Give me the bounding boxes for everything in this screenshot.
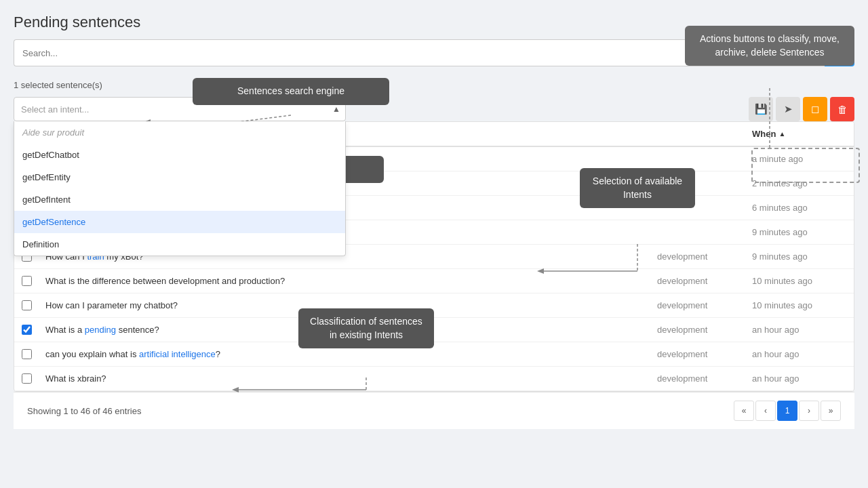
page-1-btn[interactable]: 1 bbox=[777, 401, 797, 421]
row-source: development bbox=[650, 251, 745, 262]
intent-item-getdefchatbot[interactable]: getDefChatbot bbox=[14, 144, 345, 166]
row-source: development bbox=[650, 300, 745, 310]
row-checkbox-cell bbox=[14, 300, 39, 310]
row-checkbox[interactable] bbox=[22, 300, 32, 310]
search-bar-row: 🔍 bbox=[14, 39, 854, 66]
row-checkbox[interactable] bbox=[22, 373, 32, 384]
row-when: 2 minutes ago bbox=[745, 178, 854, 188]
row-checkbox[interactable] bbox=[22, 349, 32, 359]
col-when: When ▲ bbox=[745, 129, 854, 139]
row-when: 9 minutes ago bbox=[745, 251, 854, 262]
sentence-link[interactable]: pending bbox=[85, 325, 116, 335]
chevron-up-icon: ▲ bbox=[332, 104, 340, 114]
row-sentence: What is a pending sentence? bbox=[39, 325, 650, 335]
row-when: an hour ago bbox=[745, 349, 854, 359]
intent-dropdown-wrapper: Select an intent... ▲ Aide sur produit g… bbox=[14, 97, 346, 121]
page-prev-btn[interactable]: ‹ bbox=[755, 401, 776, 421]
row-when: 9 minutes ago bbox=[745, 227, 854, 237]
intent-row: Select an intent... ▲ Aide sur produit g… bbox=[0, 97, 868, 121]
footer-info: Showing 1 to 46 of 46 entries bbox=[27, 406, 141, 416]
row-sentence: can you explain what is artificial intel… bbox=[39, 349, 650, 359]
row-sentence: How can I parameter my chatbot? bbox=[39, 300, 650, 310]
row-checkbox[interactable] bbox=[22, 276, 32, 286]
page-next-btn[interactable]: › bbox=[799, 401, 819, 421]
row-when: an hour ago bbox=[745, 373, 854, 384]
intent-select-display[interactable]: Select an intent... ▲ bbox=[14, 97, 346, 121]
row-checkbox-cell bbox=[14, 325, 39, 335]
move-icon: ➤ bbox=[784, 103, 793, 115]
save-icon: 💾 bbox=[755, 103, 768, 115]
row-checkbox[interactable] bbox=[22, 325, 32, 335]
row-sentence: What is xbrain? bbox=[39, 373, 650, 384]
row-source: development bbox=[650, 373, 745, 384]
row-checkbox-cell bbox=[14, 276, 39, 286]
sort-when-icon[interactable]: ▲ bbox=[778, 130, 785, 138]
intent-section-label: Aide sur produit bbox=[14, 121, 345, 144]
page-title: Pending sentences bbox=[14, 14, 854, 31]
page: Pending sentences 🔍 1 selected sentence(… bbox=[0, 0, 868, 488]
search-icon: 🔍 bbox=[833, 47, 846, 60]
move-button[interactable]: ➤ bbox=[776, 97, 800, 121]
row-source: development bbox=[650, 325, 745, 335]
selected-count: 1 selected sentence(s) bbox=[0, 73, 868, 97]
intent-item-getdefsentence[interactable]: getDefSentence bbox=[14, 211, 345, 233]
action-buttons-group: 💾 ➤ ◻ 🗑 bbox=[749, 97, 854, 121]
intent-dropdown-scroll[interactable]: Aide sur produit getDefChatbot getDefEnt… bbox=[14, 121, 345, 256]
table-row: can you explain what is artificial intel… bbox=[14, 342, 854, 367]
table-row: What is a pending sentence? development … bbox=[14, 318, 854, 342]
intent-item-getdefentity[interactable]: getDefEntity bbox=[14, 166, 345, 188]
search-input[interactable] bbox=[14, 39, 825, 66]
sentence-link[interactable]: artificial bbox=[139, 349, 169, 359]
col-source bbox=[650, 129, 745, 139]
row-checkbox-cell bbox=[14, 373, 39, 384]
pagination: « ‹ 1 › » bbox=[734, 401, 841, 421]
row-checkbox-cell bbox=[14, 349, 39, 359]
page-last-btn[interactable]: » bbox=[821, 401, 841, 421]
intent-item-definition[interactable]: Definition bbox=[14, 233, 345, 256]
row-when: 10 minutes ago bbox=[745, 276, 854, 286]
table-row: What is the difference between developme… bbox=[14, 269, 854, 293]
table-row: How can I parameter my chatbot? developm… bbox=[14, 293, 854, 318]
intent-dropdown-menu: Aide sur produit getDefChatbot getDefEnt… bbox=[14, 121, 346, 256]
intent-placeholder: Select an intent... bbox=[21, 104, 89, 115]
row-when: 6 minutes ago bbox=[745, 203, 854, 213]
row-when: an hour ago bbox=[745, 325, 854, 335]
row-when: a minute ago bbox=[745, 154, 854, 164]
row-sentence: What is the difference between developme… bbox=[39, 276, 650, 286]
search-button[interactable]: 🔍 bbox=[825, 39, 854, 66]
save-button[interactable]: 💾 bbox=[749, 97, 773, 121]
archive-icon: ◻ bbox=[811, 103, 819, 115]
intent-item-getdefintent[interactable]: getDefIntent bbox=[14, 188, 345, 211]
archive-button[interactable]: ◻ bbox=[803, 97, 827, 121]
delete-icon: 🗑 bbox=[837, 104, 848, 115]
row-when: 10 minutes ago bbox=[745, 300, 854, 310]
delete-button[interactable]: 🗑 bbox=[830, 97, 854, 121]
table-row: What is xbrain? development an hour ago bbox=[14, 367, 854, 391]
row-source: development bbox=[650, 349, 745, 359]
table-footer: Showing 1 to 46 of 46 entries « ‹ 1 › » bbox=[14, 392, 854, 429]
sentence-link[interactable]: intelligence bbox=[172, 349, 216, 359]
row-source: development bbox=[650, 276, 745, 286]
header: Pending sentences 🔍 bbox=[0, 0, 868, 73]
page-first-btn[interactable]: « bbox=[734, 401, 754, 421]
